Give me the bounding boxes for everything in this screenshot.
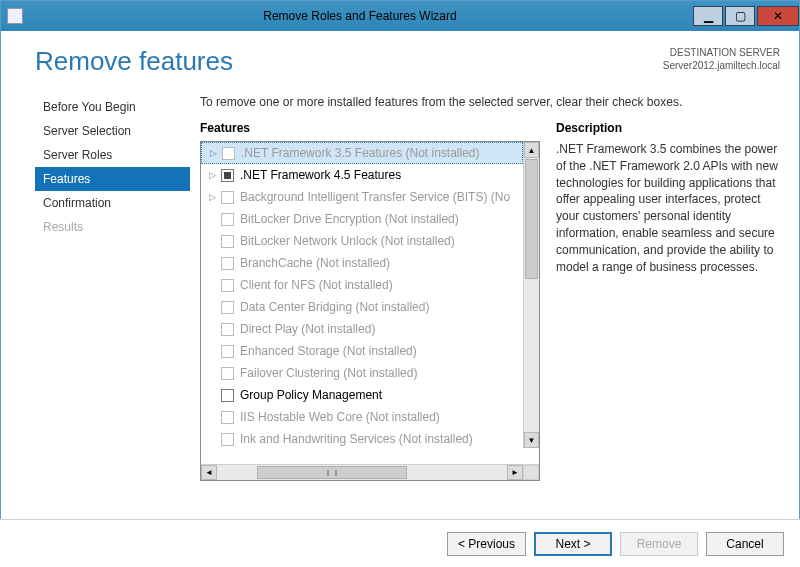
feature-row[interactable]: Group Policy Management: [201, 384, 523, 406]
close-button[interactable]: ✕: [757, 6, 799, 26]
feature-label: IIS Hostable Web Core (Not installed): [240, 410, 440, 424]
next-button[interactable]: Next >: [534, 532, 612, 556]
feature-row[interactable]: Direct Play (Not installed): [201, 318, 523, 340]
wizard-step[interactable]: Server Roles: [35, 143, 190, 167]
vertical-scrollbar[interactable]: ▲ ▼: [523, 142, 539, 448]
scroll-left-button[interactable]: ◄: [201, 465, 217, 480]
feature-row[interactable]: Failover Clustering (Not installed): [201, 362, 523, 384]
feature-label: .NET Framework 3.5 Features (Not install…: [241, 146, 480, 160]
window-title: Remove Roles and Features Wizard: [29, 9, 691, 23]
feature-row[interactable]: Ink and Handwriting Services (Not instal…: [201, 428, 523, 450]
main-panel: To remove one or more installed features…: [190, 95, 780, 517]
description-heading: Description: [556, 121, 780, 135]
feature-checkbox[interactable]: [221, 169, 234, 182]
description-text: .NET Framework 3.5 combines the power of…: [556, 141, 780, 275]
features-tree[interactable]: ▷.NET Framework 3.5 Features (Not instal…: [201, 142, 539, 464]
destination-label: DESTINATION SERVER: [663, 46, 780, 59]
feature-label: Client for NFS (Not installed): [240, 278, 393, 292]
destination-server: Server2012.jamiltech.local: [663, 59, 780, 72]
content-area: Remove features DESTINATION SERVER Serve…: [0, 30, 800, 517]
feature-checkbox: [221, 323, 234, 336]
wizard-step[interactable]: Server Selection: [35, 119, 190, 143]
expander-icon[interactable]: ▷: [207, 192, 217, 202]
feature-checkbox: [221, 213, 234, 226]
feature-label: Group Policy Management: [240, 388, 382, 402]
wizard-step: Results: [35, 215, 190, 239]
feature-row[interactable]: BranchCache (Not installed): [201, 252, 523, 274]
titlebar: Remove Roles and Features Wizard ▁ ▢ ✕: [1, 1, 799, 31]
horizontal-scrollbar[interactable]: ◄ ►: [201, 464, 539, 480]
wizard-step[interactable]: Before You Begin: [35, 95, 190, 119]
scroll-thumb-vertical[interactable]: [525, 159, 538, 279]
maximize-button[interactable]: ▢: [725, 6, 755, 26]
expander-icon[interactable]: ▷: [208, 148, 218, 158]
page-title: Remove features: [35, 46, 233, 77]
scrollbar-corner: [523, 465, 539, 480]
feature-checkbox: [221, 235, 234, 248]
feature-checkbox: [221, 433, 234, 446]
footer-buttons: < Previous Next > Remove Cancel: [0, 519, 800, 567]
features-tree-box: ▷.NET Framework 3.5 Features (Not instal…: [200, 141, 540, 481]
minimize-button[interactable]: ▁: [693, 6, 723, 26]
feature-label: Background Intelligent Transfer Service …: [240, 190, 510, 204]
remove-button[interactable]: Remove: [620, 532, 698, 556]
scroll-down-button[interactable]: ▼: [524, 432, 539, 448]
feature-row[interactable]: Enhanced Storage (Not installed): [201, 340, 523, 362]
scroll-up-button[interactable]: ▲: [524, 142, 539, 158]
feature-checkbox: [221, 279, 234, 292]
feature-checkbox: [221, 411, 234, 424]
feature-checkbox: [222, 147, 235, 160]
feature-checkbox: [221, 367, 234, 380]
feature-checkbox: [221, 257, 234, 270]
feature-row[interactable]: ▷.NET Framework 4.5 Features: [201, 164, 523, 186]
feature-row[interactable]: Client for NFS (Not installed): [201, 274, 523, 296]
previous-button[interactable]: < Previous: [447, 532, 526, 556]
features-column: Features ▷.NET Framework 3.5 Features (N…: [200, 121, 540, 517]
window-buttons: ▁ ▢ ✕: [691, 6, 799, 26]
instruction-text: To remove one or more installed features…: [200, 95, 780, 109]
features-heading: Features: [200, 121, 540, 135]
cancel-button[interactable]: Cancel: [706, 532, 784, 556]
feature-row[interactable]: ▷.NET Framework 3.5 Features (Not instal…: [201, 142, 523, 164]
feature-row[interactable]: BitLocker Drive Encryption (Not installe…: [201, 208, 523, 230]
scroll-right-button[interactable]: ►: [507, 465, 523, 480]
header-row: Remove features DESTINATION SERVER Serve…: [20, 46, 780, 77]
feature-label: Direct Play (Not installed): [240, 322, 375, 336]
feature-checkbox: [221, 301, 234, 314]
feature-checkbox: [221, 345, 234, 358]
feature-label: BitLocker Drive Encryption (Not installe…: [240, 212, 459, 226]
wizard-steps-sidebar: Before You BeginServer SelectionServer R…: [20, 95, 190, 517]
columns: Features ▷.NET Framework 3.5 Features (N…: [200, 121, 780, 517]
feature-label: .NET Framework 4.5 Features: [240, 168, 401, 182]
destination-info: DESTINATION SERVER Server2012.jamiltech.…: [663, 46, 780, 72]
app-icon: [7, 8, 23, 24]
feature-label: Ink and Handwriting Services (Not instal…: [240, 432, 473, 446]
feature-checkbox: [221, 191, 234, 204]
feature-label: Enhanced Storage (Not installed): [240, 344, 417, 358]
feature-label: BitLocker Network Unlock (Not installed): [240, 234, 455, 248]
feature-label: Failover Clustering (Not installed): [240, 366, 417, 380]
expander-icon[interactable]: ▷: [207, 170, 217, 180]
scroll-thumb-horizontal[interactable]: [257, 466, 407, 479]
feature-label: BranchCache (Not installed): [240, 256, 390, 270]
feature-row[interactable]: IIS Hostable Web Core (Not installed): [201, 406, 523, 428]
wizard-step[interactable]: Confirmation: [35, 191, 190, 215]
feature-row[interactable]: BitLocker Network Unlock (Not installed): [201, 230, 523, 252]
feature-label: Data Center Bridging (Not installed): [240, 300, 429, 314]
hscroll-track[interactable]: [217, 465, 507, 480]
feature-row[interactable]: Data Center Bridging (Not installed): [201, 296, 523, 318]
feature-checkbox[interactable]: [221, 389, 234, 402]
wizard-step[interactable]: Features: [35, 167, 190, 191]
body-row: Before You BeginServer SelectionServer R…: [20, 95, 780, 517]
feature-row[interactable]: ▷Background Intelligent Transfer Service…: [201, 186, 523, 208]
description-column: Description .NET Framework 3.5 combines …: [556, 121, 780, 517]
